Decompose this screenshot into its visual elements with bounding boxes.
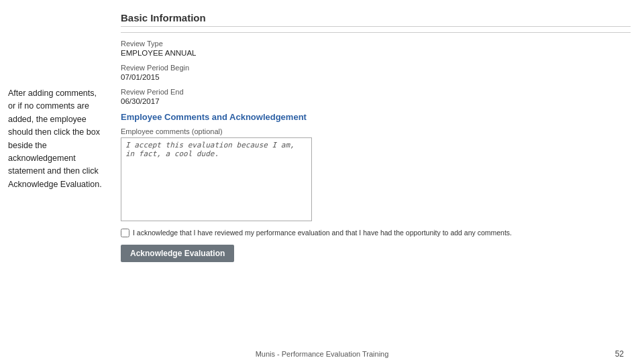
sidebar-instructions: After adding comments, or if no comments…: [0, 7, 114, 338]
acknowledge-check-row: I acknowledge that I have reviewed my pe…: [121, 228, 631, 238]
review-type-label: Review Type: [121, 40, 631, 48]
section-title: Basic Information: [121, 12, 631, 27]
review-period-end-label: Review Period End: [121, 88, 631, 96]
review-period-begin-value: 07/01/2015: [121, 73, 631, 81]
employee-comments-textarea[interactable]: [121, 137, 312, 221]
review-type-value: EMPLOYEE ANNUAL: [121, 49, 631, 57]
form-area: Basic Information Review Type EMPLOYEE A…: [114, 7, 644, 338]
review-period-begin-group: Review Period Begin 07/01/2015: [121, 64, 631, 81]
footer: Munis - Performance Evaluation Training …: [0, 345, 644, 362]
footer-page-number: 52: [615, 349, 624, 359]
page-container: After adding comments, or if no comments…: [0, 0, 644, 362]
main-content: After adding comments, or if no comments…: [0, 0, 644, 345]
review-period-end-value: 06/30/2017: [121, 97, 631, 105]
comments-section-title: Employee Comments and Acknowledgement: [121, 112, 631, 122]
review-type-group: Review Type EMPLOYEE ANNUAL: [121, 40, 631, 57]
footer-text: Munis - Performance Evaluation Training: [256, 350, 389, 358]
acknowledge-check-label: I acknowledge that I have reviewed my pe…: [133, 228, 512, 238]
review-period-begin-label: Review Period Begin: [121, 64, 631, 72]
acknowledge-checkbox[interactable]: [121, 229, 129, 237]
review-period-end-group: Review Period End 06/30/2017: [121, 88, 631, 105]
acknowledge-evaluation-button[interactable]: Acknowledge Evaluation: [121, 245, 234, 262]
section-divider: [121, 32, 631, 33]
comments-label: Employee comments (optional): [121, 127, 631, 135]
